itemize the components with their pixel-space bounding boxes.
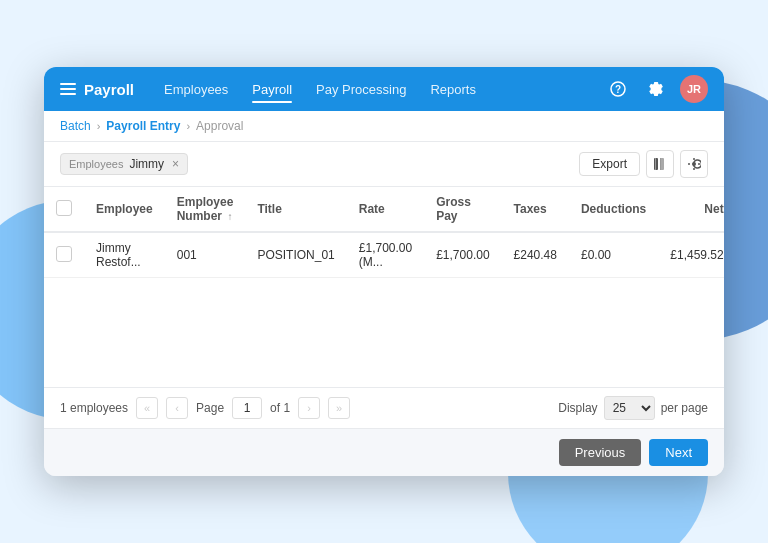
filter-tag-employees[interactable]: Employees Jimmy ×	[60, 153, 188, 175]
export-button[interactable]: Export	[579, 152, 640, 176]
col-employee: Employee	[84, 187, 165, 232]
filter-close-icon[interactable]: ×	[172, 157, 179, 171]
col-deductions: Deductions	[569, 187, 658, 232]
row-checkbox[interactable]	[56, 246, 72, 262]
next-page-btn[interactable]: ›	[298, 397, 320, 419]
col-checkbox	[44, 187, 84, 232]
col-deductions-label: Deductions	[581, 202, 646, 216]
row-rate: £1,700.00 (M...	[347, 232, 424, 278]
svg-rect-5	[660, 158, 661, 170]
per-page-select[interactable]: 10 25 50 100	[604, 396, 655, 420]
table-settings-icon[interactable]	[680, 150, 708, 178]
svg-rect-4	[655, 158, 656, 170]
svg-text:?: ?	[615, 84, 621, 95]
col-title-label: Title	[257, 202, 281, 216]
col-title: Title	[245, 187, 346, 232]
pagination-bar: 1 employees « ‹ Page of 1 › » Display 10…	[44, 387, 724, 428]
breadcrumb-approval: Approval	[196, 119, 243, 133]
pagination-left: 1 employees « ‹ Page of 1 › »	[60, 397, 350, 419]
navbar-brand[interactable]: Payroll	[60, 81, 134, 98]
navbar-actions: ? JR	[604, 75, 708, 103]
app-window: Payroll Employees Payroll Pay Processing…	[44, 67, 724, 476]
col-employee-label: Employee	[96, 202, 153, 216]
navbar-brand-label: Payroll	[84, 81, 134, 98]
hamburger-icon[interactable]	[60, 83, 76, 95]
nav-pay-processing[interactable]: Pay Processing	[306, 78, 416, 101]
breadcrumb-batch[interactable]: Batch	[60, 119, 91, 133]
display-label: Display	[558, 401, 597, 415]
nav-reports[interactable]: Reports	[420, 78, 486, 101]
table-row: Jimmy Restof... 001 POSITION_01 £1,700.0…	[44, 232, 724, 278]
col-gross-pay-label: Gross Pay	[436, 195, 471, 223]
nav-employees[interactable]: Employees	[154, 78, 238, 101]
nav-payroll[interactable]: Payroll	[242, 78, 302, 101]
avatar-initials: JR	[687, 83, 701, 95]
breadcrumb: Batch › Payroll Entry › Approval	[44, 111, 724, 142]
header-checkbox[interactable]	[56, 200, 72, 216]
columns-icon[interactable]	[646, 150, 674, 178]
col-taxes-label: Taxes	[514, 202, 547, 216]
row-net: £1,459.52	[658, 232, 724, 278]
filter-bar: Employees Jimmy × Export	[44, 142, 724, 187]
settings-icon[interactable]	[642, 75, 670, 103]
breadcrumb-payroll-entry[interactable]: Payroll Entry	[106, 119, 180, 133]
col-net-label: Net	[704, 202, 723, 216]
help-icon[interactable]: ?	[604, 75, 632, 103]
nav-links: Employees Payroll Pay Processing Reports	[154, 78, 596, 101]
col-rate: Rate	[347, 187, 424, 232]
row-deductions: £0.00	[569, 232, 658, 278]
col-emp-number-label: Employee Number	[177, 195, 234, 223]
table-container: Employee Employee Number ↑ Title Rate Gr…	[44, 187, 724, 387]
row-title: POSITION_01	[245, 232, 346, 278]
sort-arrow-emp-number: ↑	[227, 211, 232, 222]
filter-label: Employees	[69, 158, 123, 170]
per-page-suffix: per page	[661, 401, 708, 415]
navbar: Payroll Employees Payroll Pay Processing…	[44, 67, 724, 111]
row-gross-pay: £1,700.00	[424, 232, 501, 278]
of-text: of 1	[270, 401, 290, 415]
pagination-right: Display 10 25 50 100 per page	[558, 396, 708, 420]
page-input[interactable]	[232, 397, 262, 419]
payroll-table: Employee Employee Number ↑ Title Rate Gr…	[44, 187, 724, 278]
action-bar: Previous Next	[44, 428, 724, 476]
previous-button[interactable]: Previous	[559, 439, 642, 466]
total-count: 1 employees	[60, 401, 128, 415]
col-emp-number[interactable]: Employee Number ↑	[165, 187, 246, 232]
row-emp-number: 001	[165, 232, 246, 278]
row-employee: Jimmy Restof...	[84, 232, 165, 278]
next-button[interactable]: Next	[649, 439, 708, 466]
page-label: Page	[196, 401, 224, 415]
col-gross-pay: Gross Pay	[424, 187, 501, 232]
breadcrumb-sep-1: ›	[97, 120, 101, 132]
user-avatar[interactable]: JR	[680, 75, 708, 103]
table-header-row: Employee Employee Number ↑ Title Rate Gr…	[44, 187, 724, 232]
row-taxes: £240.48	[502, 232, 569, 278]
first-page-btn[interactable]: «	[136, 397, 158, 419]
col-rate-label: Rate	[359, 202, 385, 216]
last-page-btn[interactable]: »	[328, 397, 350, 419]
col-net: Net	[658, 187, 724, 232]
filter-value: Jimmy	[129, 157, 164, 171]
row-checkbox-cell[interactable]	[44, 232, 84, 278]
col-taxes: Taxes	[502, 187, 569, 232]
filter-actions: Export	[579, 150, 708, 178]
breadcrumb-sep-2: ›	[186, 120, 190, 132]
prev-page-btn[interactable]: ‹	[166, 397, 188, 419]
